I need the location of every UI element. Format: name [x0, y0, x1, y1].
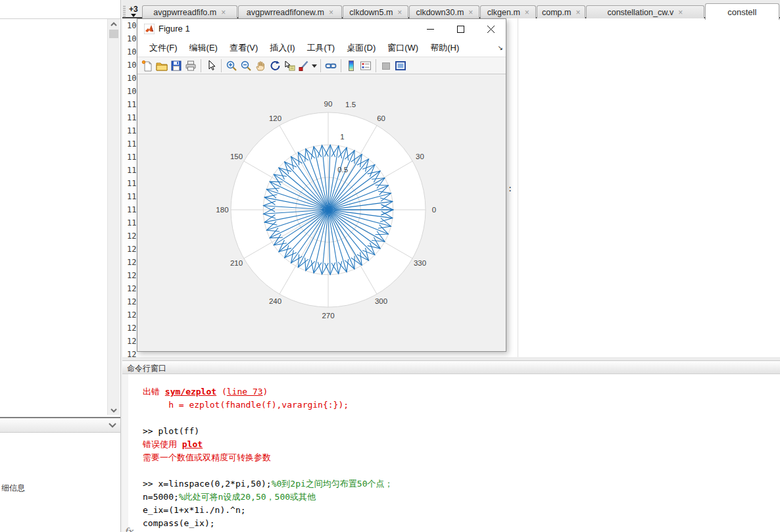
chevron-down-icon[interactable]: [109, 421, 116, 430]
error-link[interactable]: sym/ezplot: [165, 387, 216, 397]
dropdown-icon[interactable]: [311, 59, 318, 73]
angle-tick-label: 330: [414, 259, 426, 267]
print-button[interactable]: [183, 59, 198, 73]
editor-tab-avgpwrreadfifonew-m[interactable]: avgpwrreadfifonew.m×: [238, 5, 343, 18]
command-line: h = ezplot(fhandle(f),varargin{:});: [143, 399, 393, 412]
rotate-3d-button[interactable]: [268, 59, 282, 73]
tab-close-icon[interactable]: ×: [221, 9, 226, 16]
matlab-desktop: 细信息 +3 avgpwrreadfifo.m×avgpwrreadfifone…: [0, 0, 780, 532]
zoom-out-button[interactable]: [239, 59, 253, 73]
command-window[interactable]: 出错 sym/ezplot (line 73) h = ezplot(fhand…: [122, 374, 780, 532]
toolbar-separator: [341, 59, 341, 72]
command-text: ): [263, 387, 268, 397]
editor-tab-constell[interactable]: constell: [705, 3, 779, 20]
tab-close-icon[interactable]: ×: [468, 9, 473, 16]
close-button[interactable]: [475, 19, 506, 39]
command-text: compass(e_ix);: [143, 518, 215, 528]
editor-peek-text: :: [508, 184, 512, 193]
command-window-title: 命令行窗口: [127, 363, 166, 374]
tab-label: clkgen.m: [487, 8, 520, 17]
current-folder-panel: 细信息: [0, 0, 120, 532]
scrollbar-thumb[interactable]: [109, 30, 118, 38]
menu-overflow-icon[interactable]: ↘: [498, 44, 503, 51]
command-text: 出错: [143, 387, 165, 397]
pointer-button[interactable]: [204, 59, 218, 73]
save-button[interactable]: [169, 59, 183, 73]
minimize-button[interactable]: [415, 19, 445, 39]
toolbar-separator: [221, 59, 222, 72]
angle-tick-label: 210: [230, 259, 243, 267]
menu-d[interactable]: 桌面(D): [341, 40, 381, 56]
editor-tab-clkdown5-m[interactable]: clkdown5.m×: [343, 5, 408, 18]
command-text: >> plot(ff): [143, 426, 199, 436]
tab-close-icon[interactable]: ×: [397, 9, 402, 16]
data-cursor-button[interactable]: [282, 59, 297, 73]
tab-close-icon[interactable]: ×: [329, 9, 333, 16]
open-folder-button[interactable]: [155, 59, 169, 73]
command-line: e_ix=(1+x*1i./n).^n;: [143, 504, 393, 517]
tab-close-icon[interactable]: ×: [678, 9, 683, 16]
grip-icon: [123, 6, 126, 16]
radius-tick-label: 1.5: [345, 101, 356, 109]
figure-canvas: 03060901201501802102402703003300.511.5: [137, 74, 506, 351]
command-line: >> plot(ff): [143, 425, 393, 438]
menu-h[interactable]: 帮助(H): [425, 40, 464, 56]
menu-t[interactable]: 工具(T): [302, 40, 341, 56]
angle-tick-label: 90: [324, 100, 333, 108]
menu-w[interactable]: 窗口(W): [382, 40, 424, 56]
radius-tick-label: 0.5: [337, 166, 348, 174]
figure-window[interactable]: Figure 1 文件(F)编辑(E)查看(V)插入(I)工具(T)桌面(D)窗…: [137, 18, 506, 352]
command-line: >> x=linspace(0,2*pi,50);%0到2pi之间均匀布置50个…: [143, 477, 393, 491]
legend-button[interactable]: [358, 59, 373, 73]
maximize-button[interactable]: [445, 19, 475, 39]
editor-tab-clkgen-m[interactable]: clkgen.m×: [480, 5, 536, 18]
editor-tab-constellation-cw-v[interactable]: constellation_cw.v×: [586, 5, 704, 18]
dock-figure-button[interactable]: [393, 59, 408, 73]
command-text: (: [216, 387, 227, 397]
command-line: [143, 412, 393, 425]
toolbar-separator: [376, 59, 376, 72]
figure-titlebar[interactable]: Figure 1: [137, 19, 506, 39]
toolbar-separator: [201, 59, 201, 72]
link-plots-button[interactable]: [324, 59, 338, 73]
tab-label: constellation_cw.v: [607, 8, 673, 17]
command-output: 出错 sym/ezplot (line 73) h = ezplot(fhand…: [143, 385, 393, 530]
editor-tab-avgpwrreadfifo-m[interactable]: avgpwrreadfifo.m×: [142, 5, 237, 18]
editor-tabstrip: +3 avgpwrreadfifo.m×avgpwrreadfifonew.m×…: [122, 3, 780, 18]
tab-overflow-button[interactable]: +3: [122, 5, 142, 18]
tab-label: constell: [727, 7, 756, 17]
editor-tab-clkdown30-m[interactable]: clkdown30.m×: [409, 5, 479, 18]
zoom-in-button[interactable]: [224, 59, 239, 73]
tab-label: avgpwrreadfifonew.m: [247, 8, 324, 17]
tab-label: clkdown5.m: [349, 8, 393, 17]
command-window-header[interactable]: 命令行窗口: [122, 360, 780, 374]
new-document-button[interactable]: [140, 59, 155, 73]
blank-square-button[interactable]: [379, 59, 393, 73]
scroll-up-icon[interactable]: [108, 19, 120, 29]
left-panel-scrollbar[interactable]: [107, 19, 120, 415]
scroll-down-icon[interactable]: [108, 405, 120, 415]
details-section-header[interactable]: [0, 418, 120, 433]
editor-tab-comp-m[interactable]: comp.m×: [537, 5, 585, 18]
tab-label: comp.m: [542, 8, 571, 17]
brush-button[interactable]: [297, 59, 311, 73]
angle-tick-label: 300: [375, 297, 387, 305]
error-link[interactable]: line 73: [227, 387, 263, 397]
error-link[interactable]: plot: [182, 439, 203, 449]
angle-tick-label: 270: [322, 312, 334, 320]
details-section: 细信息: [0, 433, 120, 532]
command-line: 出错 sym/ezplot (line 73): [143, 385, 393, 399]
fx-prompt-icon: fx: [124, 526, 133, 532]
menu-v[interactable]: 查看(V): [224, 40, 263, 56]
command-text: n=5000;: [143, 492, 179, 502]
menu-i[interactable]: 插入(I): [264, 40, 300, 56]
menu-e[interactable]: 编辑(E): [184, 40, 223, 56]
tab-close-icon[interactable]: ×: [525, 9, 529, 16]
left-panel-header: [0, 0, 120, 19]
colorbar-button[interactable]: [344, 59, 358, 73]
menu-f[interactable]: 文件(F): [144, 40, 183, 56]
tab-close-icon[interactable]: ×: [575, 9, 580, 16]
angle-tick-label: 120: [269, 114, 281, 122]
angle-tick-label: 150: [230, 153, 243, 160]
pan-hand-button[interactable]: [253, 59, 268, 73]
